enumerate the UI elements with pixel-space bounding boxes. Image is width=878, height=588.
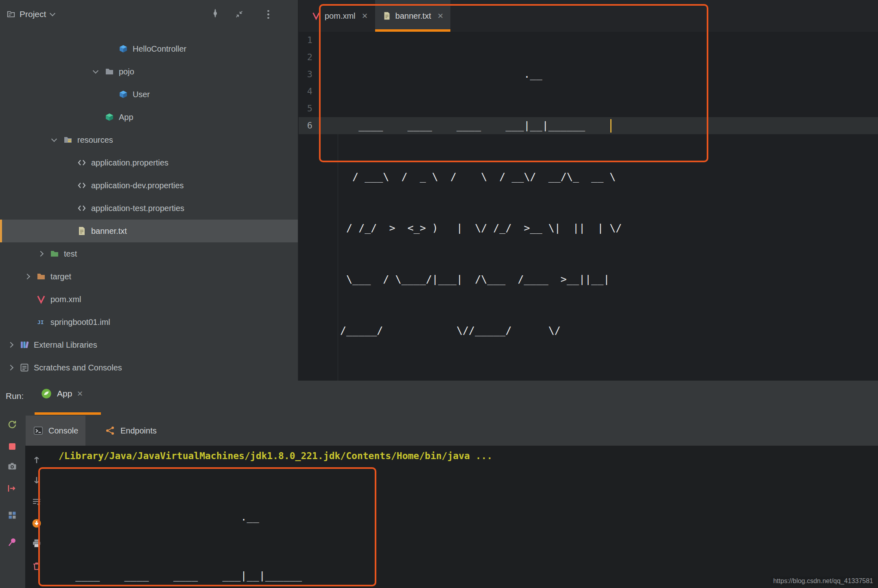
close-icon[interactable]: × (362, 11, 368, 21)
ascii-line: ____ ____ ____ ___|__|______ (57, 566, 339, 586)
line-number: 4 (299, 83, 312, 100)
text-file-icon (382, 11, 391, 20)
close-icon[interactable]: × (437, 11, 443, 21)
active-run-tab-underline (35, 412, 101, 415)
text-file-icon (77, 226, 87, 236)
line-number: 5 (299, 100, 312, 117)
tab-console[interactable]: Console (26, 416, 85, 446)
tree-item-label: resources (77, 135, 113, 145)
tree-item-scratches-and-consoles[interactable]: Scratches and Consoles (0, 356, 298, 379)
close-icon[interactable]: × (77, 388, 83, 399)
watermark: https://blog.csdn.net/qq_41337581 (771, 577, 876, 586)
test-folder-icon (50, 249, 59, 259)
run-configuration-tab[interactable]: App × (41, 388, 83, 399)
tree-item-test[interactable]: test (0, 242, 298, 265)
tree-item-label: application-test.properties (91, 204, 184, 213)
tree-item-banner-txt[interactable]: banner.txt (0, 220, 298, 242)
indent-guide (338, 134, 338, 381)
chevron-down-icon[interactable] (92, 68, 100, 76)
tree-item-label: User (133, 90, 150, 99)
chevron-right-icon[interactable] (37, 250, 45, 258)
run-tool-tabs: Console Endpoints (0, 416, 878, 446)
tab-banner-txt[interactable]: banner.txt × (375, 0, 451, 32)
tree-item-application-dev-properties[interactable]: application-dev.properties (0, 174, 298, 197)
tree-item-pojo[interactable]: pojo (0, 60, 298, 83)
app-class-icon (105, 112, 114, 122)
hide-panel-icon[interactable] (284, 10, 293, 19)
more-options-icon[interactable] (264, 10, 273, 19)
maven-file-icon (36, 294, 46, 304)
ascii-line: /_____/ \//_____/ \/ (340, 322, 622, 339)
scroll-to-end-icon[interactable] (32, 518, 41, 528)
tree-item-resources[interactable]: resources (0, 128, 298, 151)
tree-item-label: target (50, 272, 71, 281)
ascii-line: .__ (57, 507, 339, 527)
ascii-line: \___ / \____/|___| /\___ /____ >__||__| (340, 271, 622, 288)
tree-item-label: test (64, 249, 77, 259)
soft-wrap-icon[interactable] (32, 497, 41, 507)
collapse-all-icon[interactable] (235, 10, 244, 19)
chevron-right-icon[interactable] (7, 341, 15, 349)
console-command-line: /Library/Java/JavaVirtualMachines/jdk1.8… (59, 451, 492, 461)
tab-label: Endpoints (120, 426, 157, 436)
tree-item-label: External Libraries (34, 340, 97, 350)
chevron-right-icon[interactable] (7, 364, 15, 372)
chevron-right-icon[interactable] (23, 272, 31, 281)
target-folder-icon (36, 272, 46, 281)
folder-icon (105, 67, 114, 76)
up-arrow-icon[interactable] (32, 455, 41, 465)
tree-item-user[interactable]: User (0, 83, 298, 106)
line-number: 2 (299, 49, 312, 66)
console-banner-ascii-art: .__ ____ ____ ____ ___|__|______ / ___\ … (57, 468, 339, 588)
text-caret (610, 119, 612, 133)
run-label: Run: (6, 391, 24, 401)
properties-file-icon (77, 203, 87, 213)
tree-item-label: App (119, 113, 133, 122)
library-icon (20, 340, 29, 350)
print-icon[interactable] (32, 538, 41, 548)
tab-label: banner.txt (395, 11, 431, 21)
tree-item-label: pom.xml (50, 295, 81, 304)
locate-target-icon[interactable] (214, 10, 223, 19)
endpoints-icon (105, 425, 116, 436)
line-number: 1 (299, 32, 312, 49)
tree-item-application-test-properties[interactable]: application-test.properties (0, 197, 298, 220)
pin-tab-icon[interactable] (7, 537, 17, 547)
restore-layout-icon[interactable] (7, 510, 17, 520)
project-panel-title[interactable]: Project (20, 9, 46, 19)
down-arrow-icon[interactable] (32, 475, 41, 485)
properties-file-icon (77, 181, 87, 190)
tab-pom-xml[interactable]: pom.xml × (304, 0, 375, 32)
ascii-line: .__ (340, 66, 622, 83)
tree-item-application-properties[interactable]: application.properties (0, 151, 298, 174)
line-number: 3 (299, 66, 312, 83)
exit-process-icon[interactable] (7, 483, 16, 493)
resources-folder-icon (63, 135, 73, 145)
banner-ascii-art: .__ ____ ____ ____ ___|__|______ / ___\ … (340, 32, 622, 373)
project-panel-header: Project (0, 0, 298, 28)
tab-endpoints[interactable]: Endpoints (98, 416, 164, 446)
clear-console-icon[interactable] (32, 561, 41, 571)
ide-window: Project HelloController pojo User (0, 0, 878, 588)
tree-item-label: banner.txt (91, 226, 127, 236)
line-number: 6 (299, 117, 312, 134)
stop-icon[interactable] (7, 442, 17, 451)
maven-file-icon (312, 11, 321, 20)
tree-item-app[interactable]: App (0, 106, 298, 128)
editor-body[interactable]: 1 2 3 4 5 6 .__ ____ ____ ____ ___|__|__… (299, 32, 878, 381)
run-tab-label: App (57, 389, 72, 399)
project-tool-icon (7, 10, 15, 19)
tree-item-hellocontroller[interactable]: HelloController (0, 37, 298, 60)
tree-item-pom-xml[interactable]: pom.xml (0, 288, 298, 311)
tree-item-springboot01-iml[interactable]: JI springboot01.iml (0, 311, 298, 333)
chevron-down-icon[interactable] (48, 10, 57, 18)
tree-item-external-libraries[interactable]: External Libraries (0, 333, 298, 356)
chevron-down-icon[interactable] (50, 136, 58, 144)
thread-dump-camera-icon[interactable] (7, 462, 17, 471)
iml-file-icon: JI (36, 317, 46, 327)
line-number-gutter[interactable]: 1 2 3 4 5 6 (299, 32, 312, 134)
run-tool-window: Run: App × Console Endpoints (0, 381, 878, 588)
tab-label: pom.xml (325, 11, 356, 21)
rerun-icon[interactable] (7, 420, 17, 429)
tree-item-target[interactable]: target (0, 265, 298, 288)
